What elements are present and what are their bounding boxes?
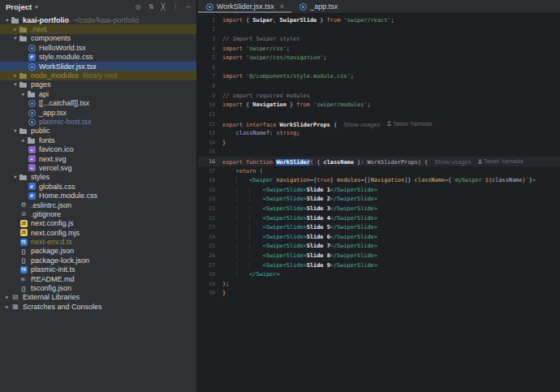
tree-item-helloworld-tsx[interactable]: HelloWorld.tsx: [0, 43, 196, 52]
tree-item-external-libraries[interactable]: ▸▤External Libraries: [0, 293, 196, 302]
chevron-collapsed-icon[interactable]: ▸: [11, 26, 19, 32]
chevron-collapsed-icon[interactable]: ▸: [3, 294, 11, 300]
tree-item-vercel-svg[interactable]: ▲vercel.svg: [0, 163, 196, 172]
tree-item-next-svg[interactable]: ▲next.svg: [0, 154, 196, 163]
image-file-icon: ▲: [28, 155, 36, 163]
tree-item-label: next.svg: [39, 155, 67, 163]
line-number: 23: [198, 224, 222, 230]
tree-item-next[interactable]: ▸.next: [0, 24, 196, 33]
show-usages-hint[interactable]: Show usages: [343, 120, 380, 127]
chevron-collapsed-icon[interactable]: ▸: [3, 304, 11, 310]
react-file-icon: [28, 109, 36, 117]
tree-item-catchall-tsx[interactable]: [[...catchall]].tsx: [0, 99, 196, 108]
line-number: 21: [198, 205, 222, 212]
tree-item-api[interactable]: ▸api: [0, 89, 196, 98]
line-number: 27: [198, 262, 222, 269]
tree-item-tsconfig-json[interactable]: {}tsconfig.json: [0, 283, 196, 292]
chevron-expanded-icon[interactable]: ▾: [11, 127, 19, 134]
line-number: 17: [198, 168, 222, 174]
markdown-file-icon: M↓: [19, 275, 28, 283]
tree-item-package-lock-json[interactable]: {}package-lock.json: [0, 256, 196, 265]
code-line-17: 17 return (: [198, 166, 560, 176]
folder-icon: [19, 71, 28, 80]
tree-item-label: _app.tsx: [39, 109, 67, 117]
tree-item-label: public: [31, 127, 50, 135]
line-number: 25: [198, 243, 222, 249]
tree-item-label: Home.module.css: [39, 192, 97, 200]
editor-tab-app-tsx[interactable]: _app.tsx: [291, 0, 345, 13]
tree-item-plasmic-host-tsx[interactable]: plasmic-host.tsx: [0, 117, 196, 126]
tree-item-style-module-css[interactable]: #style.module.css: [0, 53, 196, 62]
code-editor[interactable]: 1import { Swiper, SwiperSlide } from 'sw…: [198, 14, 560, 392]
collapse-all-icon[interactable]: ╳: [162, 4, 166, 11]
chevron-collapsed-icon[interactable]: ▸: [19, 91, 28, 97]
code-line-2: 2: [198, 25, 560, 35]
tree-item-pages[interactable]: ▾pages: [0, 80, 196, 89]
tree-item-eslintrc-json[interactable]: ⚙.eslintrc.json: [0, 200, 196, 209]
close-tab-icon[interactable]: ×: [280, 2, 284, 11]
chevron-expanded-icon[interactable]: ▾: [11, 174, 19, 180]
more-options-icon[interactable]: ⋮: [172, 4, 179, 11]
code-line-text: <SwiperSlide>Slide 7</SwiperSlide>: [222, 243, 377, 249]
line-number: 11: [198, 111, 222, 118]
code-line-29: 29);: [198, 279, 560, 289]
tree-item-next-config-js[interactable]: JSnext.config.js: [0, 219, 196, 228]
line-number: 16: [198, 158, 222, 165]
tree-item-favicon-ico[interactable]: ▲favicon.ico: [0, 144, 196, 153]
code-line-text: <SwiperSlide>Slide 3</SwiperSlide>: [222, 205, 377, 212]
author-inlay-hint[interactable]: Taisei Yamada: [478, 157, 523, 165]
code-line-text: import 'swiper/css/navigation';: [222, 54, 327, 61]
editor-tab-workslider-jsx-tsx[interactable]: WorkSlider.jsx.tsx×: [198, 0, 291, 13]
tree-item-gitignore[interactable]: ⊘.gitignore: [0, 209, 196, 218]
chevron-expanded-icon[interactable]: ▾: [11, 81, 19, 88]
project-panel-title[interactable]: Project: [6, 2, 32, 11]
json-file-icon: {}: [19, 284, 28, 292]
code-line-24: 24 <SwiperSlide>Slide 6</SwiperSlide>: [198, 232, 560, 242]
folder-icon: [19, 34, 28, 42]
chevron-collapsed-icon[interactable]: ▸: [11, 72, 19, 79]
tree-item-readme-md[interactable]: M↓README.md: [0, 274, 196, 283]
tree-item-components[interactable]: ▾components: [0, 34, 196, 43]
project-panel-header: Project ▾ ◎⇅╳⋮─: [0, 0, 196, 14]
json-file-icon: {}: [19, 247, 28, 255]
folder-icon: [19, 173, 28, 181]
chevron-expanded-icon[interactable]: ▾: [11, 35, 19, 41]
tree-item-label: next.config.mjs: [31, 229, 80, 237]
expand-all-icon[interactable]: ⇅: [149, 4, 154, 11]
tree-item-fonts[interactable]: ▸fonts: [0, 136, 196, 144]
chevron-collapsed-icon[interactable]: ▸: [19, 137, 28, 144]
tree-item-package-json[interactable]: {}package.json: [0, 247, 196, 256]
tree-item-node-modules[interactable]: ▸node_moduleslibrary root: [0, 71, 196, 80]
tree-item-styles[interactable]: ▾styles: [0, 173, 196, 182]
author-inlay-hint[interactable]: Taisei Yamada: [387, 120, 433, 127]
locate-file-icon[interactable]: ◎: [136, 4, 141, 11]
tree-item-next-config-mjs[interactable]: JSnext.config.mjs: [0, 228, 196, 237]
editor-tab-bar: WorkSlider.jsx.tsx×_app.tsx: [198, 0, 560, 14]
tree-item-kaai-portfolio[interactable]: ▾kaai-portfolio~/code/kaai-portfolio: [0, 15, 196, 24]
code-line-4: 4import 'swiper/css';: [198, 44, 560, 54]
tree-item-label: style.module.css: [39, 53, 93, 61]
chevron-expanded-icon[interactable]: ▾: [3, 17, 11, 24]
code-line-text: // import required modules: [222, 93, 310, 99]
tree-item-label: next-env.d.ts: [31, 238, 72, 246]
line-number: 29: [198, 281, 222, 287]
tree-item-home-module-css[interactable]: #Home.module.css: [0, 191, 196, 200]
tree-item-label: package.json: [31, 247, 74, 255]
tree-item-next-env-d-ts[interactable]: TSnext-env.d.ts: [0, 237, 196, 246]
line-number: 20: [198, 196, 222, 202]
tree-item-workslider-jsx-tsx[interactable]: WorkSlider.jsx.tsx: [0, 62, 196, 71]
tree-item-app-tsx[interactable]: _app.tsx: [0, 108, 196, 117]
code-line-text: <SwiperSlide>Slide 8</SwiperSlide>: [222, 252, 377, 259]
code-line-text: }: [222, 290, 226, 296]
tree-item-label: styles: [31, 173, 50, 181]
tab-label: WorkSlider.jsx.tsx: [217, 2, 274, 11]
typescript-file-icon: TS: [19, 265, 28, 274]
tree-item-globals-css[interactable]: #globals.css: [0, 182, 196, 191]
line-number: 5: [198, 54, 222, 61]
tree-item-scratches-and-consoles[interactable]: ▸▦Scratches and Consoles: [0, 302, 196, 311]
tree-item-plasmic-init-ts[interactable]: TSplasmic-init.ts: [0, 265, 196, 274]
tree-item-public[interactable]: ▾public: [0, 127, 196, 136]
chevron-down-icon[interactable]: ▾: [35, 4, 38, 11]
show-usages-hint[interactable]: Show usages: [434, 158, 471, 166]
hide-panel-icon[interactable]: ─: [186, 4, 191, 11]
